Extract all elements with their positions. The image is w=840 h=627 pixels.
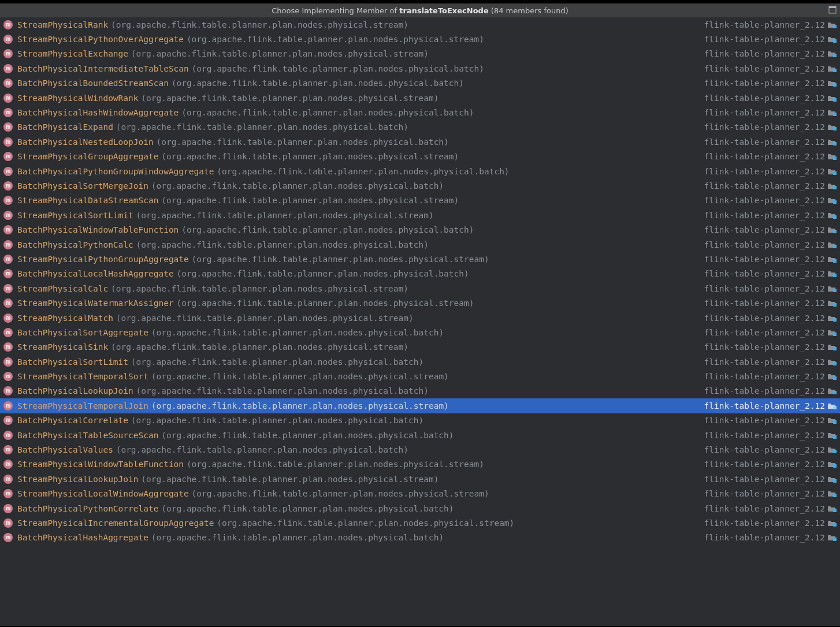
result-row[interactable]: mBatchPhysicalNestedLoopJoin(org.apache.… xyxy=(0,135,840,149)
method-icon: m xyxy=(3,475,13,484)
svg-rect-12 xyxy=(833,171,837,175)
class-name: BatchPhysicalLookupJoin xyxy=(17,386,133,395)
titlebar: Choose Implementing Member of translateT… xyxy=(0,3,840,17)
source-folder-icon xyxy=(827,21,837,29)
result-row[interactable]: mStreamPhysicalPythonGroupAggregate(org.… xyxy=(0,252,840,266)
result-row[interactable]: mBatchPhysicalIntermediateTableScan(org.… xyxy=(0,61,840,76)
package-name: (org.apache.flink.table.planner.plan.nod… xyxy=(181,225,474,234)
result-row[interactable]: mBatchPhysicalSortMergeJoin(org.apache.f… xyxy=(0,178,840,193)
class-name: StreamPhysicalLookupJoin xyxy=(17,475,139,484)
method-icon: m xyxy=(3,108,13,117)
result-row[interactable]: mBatchPhysicalHashAggregate(org.apache.f… xyxy=(0,531,840,545)
svg-rect-27 xyxy=(833,391,837,394)
result-row[interactable]: mStreamPhysicalDataStreamScan(org.apache… xyxy=(0,193,840,208)
result-row[interactable]: mBatchPhysicalLookupJoin(org.apache.flin… xyxy=(0,384,840,398)
result-row[interactable]: mBatchPhysicalPythonCalc(org.apache.flin… xyxy=(0,237,840,252)
result-row[interactable]: mStreamPhysicalCalc(org.apache.flink.tab… xyxy=(0,281,840,296)
title-prefix: Choose Implementing Member of xyxy=(272,6,399,15)
svg-rect-24 xyxy=(833,347,837,350)
package-name: (org.apache.flink.table.planner.plan.nod… xyxy=(136,211,434,220)
result-row[interactable]: mBatchPhysicalBoundedStreamScan(org.apac… xyxy=(0,76,840,91)
method-icon: m xyxy=(3,328,13,337)
result-row[interactable]: mStreamPhysicalExchange(org.apache.flink… xyxy=(0,47,840,61)
source-folder-icon xyxy=(827,196,837,204)
result-row[interactable]: mBatchPhysicalWindowTableFunction(org.ap… xyxy=(0,222,840,237)
method-icon: m xyxy=(3,269,13,278)
method-icon: m xyxy=(3,357,13,367)
method-icon: m xyxy=(3,342,13,352)
result-row[interactable]: mStreamPhysicalIncrementalGroupAggregate… xyxy=(0,516,840,530)
module-name: flink-table-planner_2.12 xyxy=(704,225,825,234)
result-row[interactable]: mBatchPhysicalSortLimit(org.apache.flink… xyxy=(0,354,840,369)
module-name: flink-table-planner_2.12 xyxy=(704,122,825,132)
result-row[interactable]: mStreamPhysicalPythonOverAggregate(org.a… xyxy=(0,32,840,46)
source-folder-icon xyxy=(827,460,837,468)
package-name: (org.apache.flink.table.planner.plan.nod… xyxy=(151,533,444,542)
svg-rect-29 xyxy=(833,420,837,424)
result-row[interactable]: mBatchPhysicalPythonGroupWindowAggregate… xyxy=(0,164,840,178)
title-member: translateToExecNode xyxy=(399,6,488,15)
class-name: BatchPhysicalPythonGroupWindowAggregate xyxy=(17,167,214,176)
package-name: (org.apache.flink.table.planner.plan.nod… xyxy=(116,122,408,132)
class-name: StreamPhysicalWatermarkAssigner xyxy=(17,298,174,308)
svg-rect-21 xyxy=(833,303,837,307)
svg-rect-17 xyxy=(833,245,837,248)
source-folder-icon xyxy=(827,314,837,322)
result-row[interactable]: mStreamPhysicalMatch(org.apache.flink.ta… xyxy=(0,311,840,325)
result-row[interactable]: mBatchPhysicalHashWindowAggregate(org.ap… xyxy=(0,105,840,120)
module-name: flink-table-planner_2.12 xyxy=(704,284,825,293)
module-name: flink-table-planner_2.12 xyxy=(704,445,825,454)
class-name: BatchPhysicalCorrelate xyxy=(17,416,128,425)
module-name: flink-table-planner_2.12 xyxy=(704,240,825,249)
svg-rect-30 xyxy=(833,435,837,439)
result-row[interactable]: mStreamPhysicalGroupAggregate(org.apache… xyxy=(0,150,840,164)
pin-icon[interactable] xyxy=(828,6,837,14)
method-icon: m xyxy=(3,284,13,293)
module-name: flink-table-planner_2.12 xyxy=(704,20,825,29)
result-row[interactable]: mStreamPhysicalTemporalSort(org.apache.f… xyxy=(0,369,840,383)
method-icon: m xyxy=(3,431,13,440)
module-name: flink-table-planner_2.12 xyxy=(704,108,825,117)
source-folder-icon xyxy=(827,416,837,424)
package-name: (org.apache.flink.table.planner.plan.nod… xyxy=(217,518,514,528)
result-row[interactable]: mBatchPhysicalValues(org.apache.flink.ta… xyxy=(0,442,840,457)
result-row[interactable]: mStreamPhysicalLookupJoin(org.apache.fli… xyxy=(0,472,840,486)
class-name: BatchPhysicalHashWindowAggregate xyxy=(17,108,179,117)
package-name: (org.apache.flink.table.planner.plan.nod… xyxy=(161,152,459,161)
result-row[interactable]: mBatchPhysicalLocalHashAggregate(org.apa… xyxy=(0,267,840,281)
result-row[interactable]: mStreamPhysicalRank(org.apache.flink.tab… xyxy=(0,17,840,32)
class-name: StreamPhysicalWindowRank xyxy=(17,94,139,103)
svg-rect-7 xyxy=(833,98,837,102)
title-suffix: (84 members found) xyxy=(489,6,568,15)
result-row[interactable]: mBatchPhysicalExpand(org.apache.flink.ta… xyxy=(0,120,840,135)
result-row[interactable]: mStreamPhysicalWatermarkAssigner(org.apa… xyxy=(0,296,840,310)
source-folder-icon xyxy=(827,343,837,351)
result-row[interactable]: mStreamPhysicalTemporalJoin(org.apache.f… xyxy=(0,398,840,413)
class-name: StreamPhysicalCalc xyxy=(17,284,108,293)
result-row[interactable]: mStreamPhysicalSink(org.apache.flink.tab… xyxy=(0,340,840,354)
module-name: flink-table-planner_2.12 xyxy=(704,504,825,513)
results-list[interactable]: mStreamPhysicalRank(org.apache.flink.tab… xyxy=(0,17,840,626)
class-name: BatchPhysicalSortMergeJoin xyxy=(17,181,148,191)
result-row[interactable]: mBatchPhysicalPythonCorrelate(org.apache… xyxy=(0,501,840,516)
result-row[interactable]: mBatchPhysicalCorrelate(org.apache.flink… xyxy=(0,413,840,428)
source-folder-icon xyxy=(827,167,837,176)
class-name: BatchPhysicalSortLimit xyxy=(17,357,128,367)
class-name: StreamPhysicalPythonGroupAggregate xyxy=(17,255,189,264)
package-name: (org.apache.flink.table.planner.plan.nod… xyxy=(111,342,408,352)
package-name: (org.apache.flink.table.planner.plan.nod… xyxy=(151,181,444,191)
class-name: StreamPhysicalPythonOverAggregate xyxy=(17,35,184,44)
result-row[interactable]: mStreamPhysicalWindowTableFunction(org.a… xyxy=(0,457,840,472)
method-icon: m xyxy=(3,20,13,29)
module-name: flink-table-planner_2.12 xyxy=(704,533,825,542)
result-row[interactable]: mStreamPhysicalSortLimit(org.apache.flin… xyxy=(0,208,840,222)
svg-rect-2 xyxy=(833,25,837,28)
result-row[interactable]: mStreamPhysicalLocalWindowAggregate(org.… xyxy=(0,487,840,501)
source-folder-icon xyxy=(827,490,837,498)
package-name: (org.apache.flink.table.planner.plan.nod… xyxy=(116,314,414,323)
result-row[interactable]: mStreamPhysicalWindowRank(org.apache.fli… xyxy=(0,91,840,105)
result-row[interactable]: mBatchPhysicalSortAggregate(org.apache.f… xyxy=(0,325,840,339)
svg-rect-23 xyxy=(833,333,837,336)
result-row[interactable]: mBatchPhysicalTableSourceScan(org.apache… xyxy=(0,428,840,442)
method-icon: m xyxy=(3,460,13,469)
